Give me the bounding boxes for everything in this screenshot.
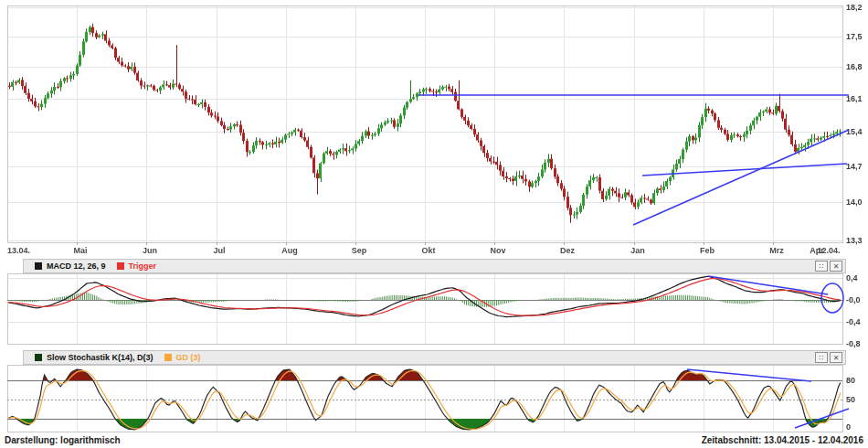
stochastic-legend-swatch-icon bbox=[35, 354, 42, 361]
stochastic-panel-close-button[interactable]: ✕ bbox=[830, 352, 842, 363]
chart-application: MACD 12, 26, 9 Trigger ∷ ✕ Slow Stochast… bbox=[0, 0, 868, 448]
macd-panel-header: MACD 12, 26, 9 Trigger ∷ ✕ bbox=[23, 259, 846, 273]
gd-legend-label: GD (3) bbox=[176, 353, 201, 362]
time-range-label: Zeitabschnitt: 13.04.2015 - 12.04.2016 bbox=[702, 435, 863, 445]
stochastic-panel-header: Slow Stochastik K(14), D(3) GD (3) ∷ ✕ bbox=[23, 350, 846, 365]
macd-legend-label: MACD 12, 26, 9 bbox=[47, 261, 106, 271]
display-mode-label: Darstellung: logarithmisch bbox=[5, 435, 121, 445]
macd-panel-close-button[interactable]: ✕ bbox=[830, 261, 842, 272]
stochastic-panel-buttons: ∷ ✕ bbox=[815, 352, 842, 363]
status-bar: Darstellung: logarithmisch Zeitabschnitt… bbox=[0, 432, 868, 448]
price-chart-canvas[interactable] bbox=[0, 0, 868, 448]
macd-panel-grip-button[interactable]: ∷ bbox=[815, 261, 828, 272]
stochastic-legend-label: Slow Stochastik K(14), D(3) bbox=[47, 353, 153, 362]
macd-panel-buttons: ∷ ✕ bbox=[815, 261, 842, 272]
gd-legend-swatch-icon bbox=[164, 354, 172, 361]
stochastic-panel-grip-button[interactable]: ∷ bbox=[815, 352, 828, 363]
trigger-legend-swatch-icon bbox=[117, 262, 124, 270]
trigger-legend-label: Trigger bbox=[129, 261, 157, 271]
macd-legend-swatch-icon bbox=[35, 262, 42, 270]
